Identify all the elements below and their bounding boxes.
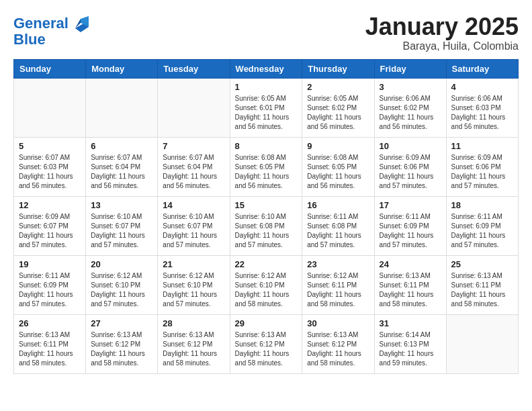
day-info: Sunrise: 6:14 AMSunset: 6:13 PMDaylight:… <box>380 330 441 368</box>
calendar-cell: 16Sunrise: 6:11 AMSunset: 6:08 PMDayligh… <box>302 196 374 255</box>
day-number: 17 <box>380 200 441 210</box>
day-number: 8 <box>235 141 298 151</box>
day-info: Sunrise: 6:11 AMSunset: 6:09 PMDaylight:… <box>451 212 513 250</box>
calendar-cell: 5Sunrise: 6:07 AMSunset: 6:03 PMDaylight… <box>14 137 86 196</box>
week-row-1: 1Sunrise: 6:05 AMSunset: 6:01 PMDaylight… <box>14 78 519 137</box>
calendar-cell: 10Sunrise: 6:09 AMSunset: 6:06 PMDayligh… <box>374 137 446 196</box>
calendar-cell: 6Sunrise: 6:07 AMSunset: 6:04 PMDaylight… <box>86 137 158 196</box>
day-number: 2 <box>307 82 369 92</box>
day-number: 22 <box>235 259 298 269</box>
day-number: 25 <box>451 259 513 269</box>
day-info: Sunrise: 6:05 AMSunset: 6:01 PMDaylight:… <box>235 94 298 132</box>
calendar-cell: 13Sunrise: 6:10 AMSunset: 6:07 PMDayligh… <box>86 196 158 255</box>
calendar-cell <box>446 314 518 373</box>
title-area: January 2025 Baraya, Huila, Colombia <box>365 13 519 52</box>
day-info: Sunrise: 6:13 AMSunset: 6:12 PMDaylight:… <box>307 330 369 368</box>
weekday-header-wednesday: Wednesday <box>230 59 302 78</box>
day-number: 18 <box>451 200 513 210</box>
week-row-3: 12Sunrise: 6:09 AMSunset: 6:07 PMDayligh… <box>14 196 519 255</box>
calendar-cell: 4Sunrise: 6:06 AMSunset: 6:03 PMDaylight… <box>446 78 518 137</box>
day-number: 5 <box>19 141 81 151</box>
day-info: Sunrise: 6:13 AMSunset: 6:11 PMDaylight:… <box>380 271 441 309</box>
page-header: General Blue January 2025 Baraya, Huila,… <box>13 13 519 52</box>
calendar-cell: 30Sunrise: 6:13 AMSunset: 6:12 PMDayligh… <box>302 314 374 373</box>
day-info: Sunrise: 6:08 AMSunset: 6:05 PMDaylight:… <box>307 153 369 191</box>
day-info: Sunrise: 6:10 AMSunset: 6:07 PMDaylight:… <box>163 212 224 250</box>
day-number: 27 <box>91 318 152 328</box>
day-info: Sunrise: 6:05 AMSunset: 6:02 PMDaylight:… <box>307 94 369 132</box>
day-number: 14 <box>163 200 224 210</box>
calendar-cell: 7Sunrise: 6:07 AMSunset: 6:04 PMDaylight… <box>158 137 230 196</box>
day-number: 26 <box>19 318 81 328</box>
month-title: January 2025 <box>365 13 519 40</box>
day-number: 9 <box>307 141 369 151</box>
calendar-cell: 8Sunrise: 6:08 AMSunset: 6:05 PMDaylight… <box>230 137 302 196</box>
calendar-cell: 27Sunrise: 6:13 AMSunset: 6:12 PMDayligh… <box>86 314 158 373</box>
day-number: 24 <box>380 259 441 269</box>
day-number: 21 <box>163 259 224 269</box>
day-number: 4 <box>451 82 513 92</box>
calendar-cell: 18Sunrise: 6:11 AMSunset: 6:09 PMDayligh… <box>446 196 518 255</box>
day-number: 20 <box>91 259 152 269</box>
weekday-header-saturday: Saturday <box>446 59 518 78</box>
week-row-2: 5Sunrise: 6:07 AMSunset: 6:03 PMDaylight… <box>14 137 519 196</box>
calendar-cell: 19Sunrise: 6:11 AMSunset: 6:09 PMDayligh… <box>14 255 86 314</box>
day-info: Sunrise: 6:13 AMSunset: 6:12 PMDaylight:… <box>235 330 298 368</box>
week-row-4: 19Sunrise: 6:11 AMSunset: 6:09 PMDayligh… <box>14 255 519 314</box>
calendar-cell: 29Sunrise: 6:13 AMSunset: 6:12 PMDayligh… <box>230 314 302 373</box>
day-info: Sunrise: 6:10 AMSunset: 6:08 PMDaylight:… <box>235 212 298 250</box>
location: Baraya, Huila, Colombia <box>365 40 519 52</box>
day-info: Sunrise: 6:11 AMSunset: 6:09 PMDaylight:… <box>19 271 81 309</box>
day-info: Sunrise: 6:09 AMSunset: 6:07 PMDaylight:… <box>19 212 81 250</box>
day-info: Sunrise: 6:13 AMSunset: 6:12 PMDaylight:… <box>163 330 224 368</box>
logo: General Blue <box>13 13 90 48</box>
calendar-cell: 26Sunrise: 6:13 AMSunset: 6:11 PMDayligh… <box>14 314 86 373</box>
calendar-cell: 23Sunrise: 6:12 AMSunset: 6:11 PMDayligh… <box>302 255 374 314</box>
day-number: 7 <box>163 141 224 151</box>
day-info: Sunrise: 6:12 AMSunset: 6:11 PMDaylight:… <box>307 271 369 309</box>
calendar-cell: 15Sunrise: 6:10 AMSunset: 6:08 PMDayligh… <box>230 196 302 255</box>
day-info: Sunrise: 6:11 AMSunset: 6:09 PMDaylight:… <box>380 212 441 250</box>
calendar-cell: 25Sunrise: 6:13 AMSunset: 6:11 PMDayligh… <box>446 255 518 314</box>
day-info: Sunrise: 6:06 AMSunset: 6:03 PMDaylight:… <box>451 94 513 132</box>
calendar-cell <box>86 78 158 137</box>
day-info: Sunrise: 6:12 AMSunset: 6:10 PMDaylight:… <box>235 271 298 309</box>
day-number: 23 <box>307 259 369 269</box>
weekday-header-row: SundayMondayTuesdayWednesdayThursdayFrid… <box>14 59 519 78</box>
day-info: Sunrise: 6:06 AMSunset: 6:02 PMDaylight:… <box>380 94 441 132</box>
day-number: 13 <box>91 200 152 210</box>
calendar-cell: 2Sunrise: 6:05 AMSunset: 6:02 PMDaylight… <box>302 78 374 137</box>
calendar-cell: 22Sunrise: 6:12 AMSunset: 6:10 PMDayligh… <box>230 255 302 314</box>
day-info: Sunrise: 6:08 AMSunset: 6:05 PMDaylight:… <box>235 153 298 191</box>
calendar-cell: 28Sunrise: 6:13 AMSunset: 6:12 PMDayligh… <box>158 314 230 373</box>
calendar-cell: 21Sunrise: 6:12 AMSunset: 6:10 PMDayligh… <box>158 255 230 314</box>
calendar-cell: 14Sunrise: 6:10 AMSunset: 6:07 PMDayligh… <box>158 196 230 255</box>
weekday-header-tuesday: Tuesday <box>158 59 230 78</box>
day-number: 10 <box>380 141 441 151</box>
day-info: Sunrise: 6:10 AMSunset: 6:07 PMDaylight:… <box>91 212 152 250</box>
week-row-5: 26Sunrise: 6:13 AMSunset: 6:11 PMDayligh… <box>14 314 519 373</box>
day-number: 16 <box>307 200 369 210</box>
weekday-header-monday: Monday <box>86 59 158 78</box>
day-info: Sunrise: 6:13 AMSunset: 6:11 PMDaylight:… <box>451 271 513 309</box>
day-number: 6 <box>91 141 152 151</box>
calendar-cell: 20Sunrise: 6:12 AMSunset: 6:10 PMDayligh… <box>86 255 158 314</box>
day-info: Sunrise: 6:09 AMSunset: 6:06 PMDaylight:… <box>380 153 441 191</box>
calendar-cell: 17Sunrise: 6:11 AMSunset: 6:09 PMDayligh… <box>374 196 446 255</box>
day-number: 12 <box>19 200 81 210</box>
calendar-cell: 24Sunrise: 6:13 AMSunset: 6:11 PMDayligh… <box>374 255 446 314</box>
day-info: Sunrise: 6:12 AMSunset: 6:10 PMDaylight:… <box>91 271 152 309</box>
weekday-header-friday: Friday <box>374 59 446 78</box>
day-info: Sunrise: 6:12 AMSunset: 6:10 PMDaylight:… <box>163 271 224 309</box>
day-number: 19 <box>19 259 81 269</box>
weekday-header-sunday: Sunday <box>14 59 86 78</box>
calendar-cell <box>14 78 86 137</box>
day-info: Sunrise: 6:13 AMSunset: 6:12 PMDaylight:… <box>91 330 152 368</box>
calendar-table: SundayMondayTuesdayWednesdayThursdayFrid… <box>13 59 519 374</box>
calendar-cell: 31Sunrise: 6:14 AMSunset: 6:13 PMDayligh… <box>374 314 446 373</box>
day-info: Sunrise: 6:09 AMSunset: 6:06 PMDaylight:… <box>451 153 513 191</box>
day-number: 28 <box>163 318 224 328</box>
day-number: 29 <box>235 318 298 328</box>
day-info: Sunrise: 6:13 AMSunset: 6:11 PMDaylight:… <box>19 330 81 368</box>
day-number: 3 <box>380 82 441 92</box>
